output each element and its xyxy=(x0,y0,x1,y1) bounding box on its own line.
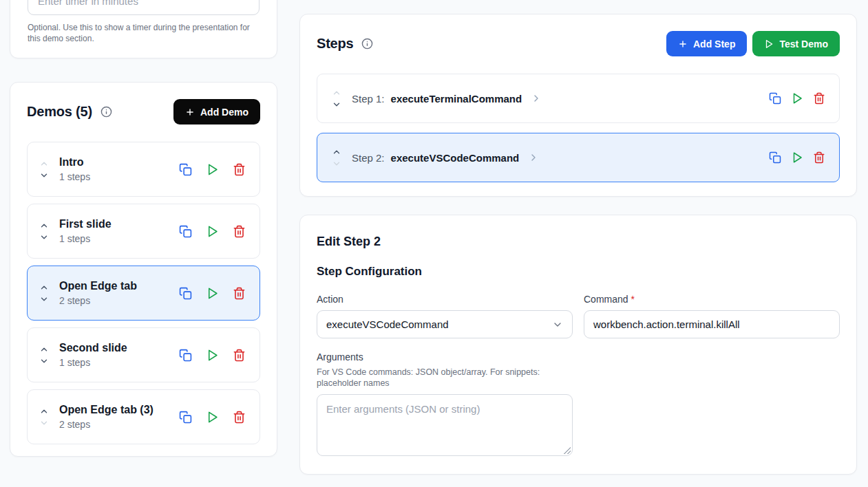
copy-icon[interactable] xyxy=(179,411,192,424)
demo-info: First slide 1 steps xyxy=(59,218,179,244)
demo-name: Second slide xyxy=(59,342,179,354)
trash-icon[interactable] xyxy=(233,349,246,362)
trash-icon[interactable] xyxy=(813,151,825,164)
demo-list-item[interactable]: First slide 1 steps xyxy=(27,204,260,259)
demo-step-count: 1 steps xyxy=(59,233,179,244)
timer-input[interactable] xyxy=(28,0,260,15)
reorder-controls xyxy=(331,147,342,168)
add-demo-button[interactable]: Add Demo xyxy=(173,99,260,125)
chevron-up-icon xyxy=(39,221,49,230)
move-up-button[interactable] xyxy=(39,345,50,354)
play-icon[interactable] xyxy=(791,151,803,164)
trash-icon[interactable] xyxy=(233,225,246,238)
steps-title: Steps xyxy=(317,36,353,52)
demo-actions xyxy=(179,349,246,362)
trash-icon[interactable] xyxy=(813,92,825,105)
demo-list-item[interactable]: Intro 1 steps xyxy=(27,142,260,197)
move-down-button[interactable] xyxy=(39,232,50,241)
move-down-button[interactable] xyxy=(39,418,50,427)
demo-actions xyxy=(179,163,246,176)
copy-icon[interactable] xyxy=(179,287,192,300)
step-row[interactable]: Step 1: executeTerminalCommand xyxy=(317,74,840,123)
trash-icon[interactable] xyxy=(233,163,246,176)
step-actions xyxy=(769,92,825,105)
command-input[interactable] xyxy=(584,310,840,338)
demo-actions xyxy=(179,225,246,238)
move-up-button[interactable] xyxy=(39,159,50,168)
action-select[interactable]: executeVSCodeCommand xyxy=(317,310,573,338)
arguments-field-group: Arguments For VS Code commands: JSON obj… xyxy=(317,351,573,456)
edit-step-title: Edit Step 2 xyxy=(317,235,840,249)
test-demo-label: Test Demo xyxy=(779,39,828,50)
command-label-text: Command xyxy=(584,294,628,305)
chevron-up-icon xyxy=(39,345,49,354)
chevron-up-icon xyxy=(332,88,341,98)
move-down-button[interactable] xyxy=(331,100,342,109)
reorder-controls xyxy=(331,88,342,109)
info-icon[interactable] xyxy=(361,38,373,50)
demo-step-count: 2 steps xyxy=(59,419,179,430)
demo-name: First slide xyxy=(59,218,179,230)
timer-card: Optional. Use this to show a timer durin… xyxy=(10,0,277,58)
trash-icon[interactable] xyxy=(233,287,246,300)
demo-step-count: 2 steps xyxy=(59,295,179,306)
move-down-button[interactable] xyxy=(39,294,50,303)
demo-list-item[interactable]: Open Edge tab 2 steps xyxy=(27,266,260,321)
required-asterisk: * xyxy=(631,294,634,305)
reorder-controls xyxy=(39,345,50,365)
add-step-button[interactable]: Add Step xyxy=(666,31,747,56)
play-icon xyxy=(764,39,774,49)
demo-list-item[interactable]: Second slide 1 steps xyxy=(27,327,260,382)
chevron-down-icon xyxy=(332,100,341,109)
move-up-button[interactable] xyxy=(39,221,50,230)
move-down-button[interactable] xyxy=(39,171,50,180)
chevron-up-icon xyxy=(332,147,341,157)
command-label: Command * xyxy=(584,294,840,305)
trash-icon[interactable] xyxy=(233,411,246,424)
steps-panel: Steps Add Step Test Demo xyxy=(299,14,857,197)
play-icon[interactable] xyxy=(206,287,219,300)
copy-icon[interactable] xyxy=(179,349,192,362)
plus-icon xyxy=(185,107,195,117)
copy-icon[interactable] xyxy=(179,163,192,176)
copy-icon[interactable] xyxy=(769,151,781,164)
chevron-right-icon[interactable] xyxy=(528,152,539,163)
move-up-button[interactable] xyxy=(331,147,342,156)
demo-step-count: 1 steps xyxy=(59,171,179,182)
demo-info: Second slide 1 steps xyxy=(59,342,179,368)
play-icon[interactable] xyxy=(206,349,219,362)
demos-panel: Demos (5) Add Demo xyxy=(10,82,277,457)
copy-icon[interactable] xyxy=(179,225,192,238)
test-demo-button[interactable]: Test Demo xyxy=(752,31,840,56)
step-actions xyxy=(769,151,825,164)
action-field-group: Action executeVSCodeCommand xyxy=(317,294,573,338)
play-icon[interactable] xyxy=(206,225,219,238)
step-row[interactable]: Step 2: executeVSCodeCommand xyxy=(317,133,840,182)
demo-actions xyxy=(179,287,246,300)
demos-title: Demos (5) xyxy=(27,104,92,120)
chevron-right-icon[interactable] xyxy=(531,93,542,104)
command-field-group: Command * xyxy=(584,294,840,338)
chevron-down-icon xyxy=(39,356,49,366)
reorder-controls xyxy=(39,407,50,427)
chevron-down-icon xyxy=(39,418,49,428)
play-icon[interactable] xyxy=(206,411,219,424)
play-icon[interactable] xyxy=(206,163,219,176)
play-icon[interactable] xyxy=(791,92,803,105)
timer-helper-text: Optional. Use this to show a timer durin… xyxy=(28,22,260,44)
add-step-label: Add Step xyxy=(693,39,735,50)
reorder-controls xyxy=(39,159,50,180)
demo-list-item[interactable]: Open Edge tab (3) 2 steps xyxy=(27,389,260,444)
copy-icon[interactable] xyxy=(769,92,781,105)
move-up-button[interactable] xyxy=(331,88,342,97)
move-down-button[interactable] xyxy=(331,159,342,168)
info-icon[interactable] xyxy=(100,106,112,118)
demos-header: Demos (5) Add Demo xyxy=(27,99,260,125)
move-up-button[interactable] xyxy=(39,407,50,415)
arguments-textarea[interactable] xyxy=(317,394,573,456)
move-up-button[interactable] xyxy=(39,283,50,292)
arguments-label: Arguments xyxy=(317,351,573,362)
action-select-value: executeVSCodeCommand xyxy=(326,318,449,330)
move-down-button[interactable] xyxy=(39,356,50,365)
demo-actions xyxy=(179,411,246,424)
